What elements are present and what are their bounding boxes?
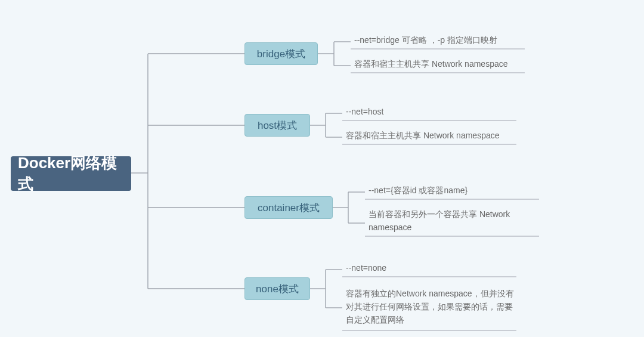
leaf-none-1: 容器有独立的Network namespace，但并没有对其进行任何网络设置，如…: [343, 285, 522, 329]
root-node: Docker网络模式: [11, 156, 131, 191]
leaf-text: --net=host: [346, 106, 383, 119]
branch-label: container模式: [258, 201, 320, 215]
branch-none: none模式: [244, 277, 310, 300]
branch-host: host模式: [244, 114, 310, 137]
leaf-text: --net=none: [346, 262, 386, 275]
leaf-text: --net=bridge 可省略 ，-p 指定端口映射: [354, 34, 497, 47]
leaf-bridge-1: 容器和宿主主机共享 Network namespace: [352, 57, 531, 72]
branch-bridge: bridge模式: [244, 42, 318, 65]
leaf-host-1: 容器和宿主主机共享 Network namespace: [343, 129, 522, 143]
branch-label: host模式: [258, 119, 297, 132]
leaf-text: 容器和宿主主机共享 Network namespace: [346, 129, 500, 143]
root-label: Docker网络模式: [18, 153, 124, 194]
leaf-text: 容器和宿主主机共享 Network namespace: [354, 58, 508, 71]
leaf-text: 当前容器和另外一个容器共享 Network namespace: [369, 208, 543, 234]
leaf-none-0: --net=none: [343, 261, 522, 276]
leaf-text: 容器有独立的Network namespace，但并没有对其进行任何网络设置，如…: [346, 287, 520, 326]
branch-label: none模式: [256, 282, 299, 296]
leaf-container-1: 当前容器和另外一个容器共享 Network namespace: [366, 208, 545, 235]
leaf-text: --net={容器id 或容器name}: [369, 184, 467, 197]
branch-label: bridge模式: [257, 47, 305, 61]
branch-container: container模式: [244, 196, 333, 219]
leaf-host-0: --net=host: [343, 105, 522, 119]
leaf-container-0: --net={容器id 或容器name}: [366, 184, 545, 198]
leaf-bridge-0: --net=bridge 可省略 ，-p 指定端口映射: [352, 33, 531, 48]
